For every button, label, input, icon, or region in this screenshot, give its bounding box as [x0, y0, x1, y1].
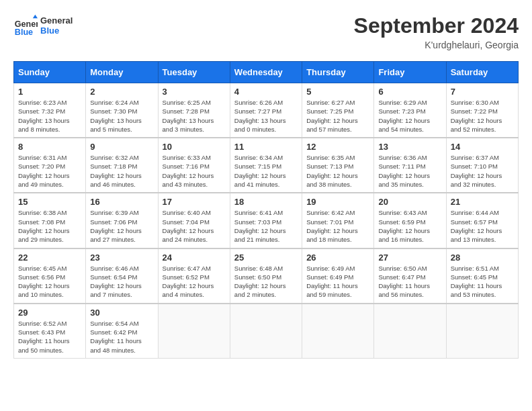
day-number: 4 [234, 87, 298, 97]
day-info: Sunrise: 6:47 AM Sunset: 6:52 PM Dayligh… [163, 264, 226, 300]
day-info: Sunrise: 6:27 AM Sunset: 7:25 PM Dayligh… [306, 98, 369, 134]
col-header-sunday: Sunday [14, 62, 86, 83]
day-cell: 19Sunrise: 6:42 AM Sunset: 7:01 PM Dayli… [302, 193, 374, 248]
day-number: 23 [90, 253, 153, 263]
day-number: 18 [234, 197, 298, 207]
day-number: 8 [18, 142, 81, 152]
calendar-table: SundayMondayTuesdayWednesdayThursdayFrid… [13, 61, 519, 359]
day-cell: 18Sunrise: 6:41 AM Sunset: 7:03 PM Dayli… [230, 193, 302, 248]
day-number: 14 [451, 142, 514, 152]
day-cell: 4Sunrise: 6:26 AM Sunset: 7:27 PM Daylig… [230, 83, 302, 138]
day-info: Sunrise: 6:46 AM Sunset: 6:54 PM Dayligh… [90, 264, 153, 300]
day-number: 28 [451, 253, 514, 263]
day-cell: 13Sunrise: 6:36 AM Sunset: 7:11 PM Dayli… [374, 138, 446, 193]
day-number: 6 [378, 87, 441, 97]
location: K'urdghelauri, Georgia [354, 40, 519, 50]
week-row-1: 1Sunrise: 6:23 AM Sunset: 7:32 PM Daylig… [14, 83, 519, 138]
month-title: September 2024 [354, 13, 519, 38]
day-number: 10 [163, 142, 226, 152]
day-info: Sunrise: 6:25 AM Sunset: 7:28 PM Dayligh… [163, 98, 226, 134]
day-cell: 8Sunrise: 6:31 AM Sunset: 7:20 PM Daylig… [14, 138, 86, 193]
day-cell: 11Sunrise: 6:34 AM Sunset: 7:15 PM Dayli… [230, 138, 302, 193]
day-info: Sunrise: 6:52 AM Sunset: 6:43 PM Dayligh… [18, 319, 81, 355]
day-cell: 28Sunrise: 6:51 AM Sunset: 6:45 PM Dayli… [446, 248, 518, 304]
day-cell: 26Sunrise: 6:49 AM Sunset: 6:49 PM Dayli… [302, 248, 374, 304]
day-info: Sunrise: 6:43 AM Sunset: 6:59 PM Dayligh… [378, 208, 441, 244]
day-number: 7 [451, 87, 514, 97]
day-info: Sunrise: 6:34 AM Sunset: 7:15 PM Dayligh… [234, 153, 298, 189]
day-cell: 2Sunrise: 6:24 AM Sunset: 7:30 PM Daylig… [86, 83, 158, 138]
day-number: 20 [378, 197, 441, 207]
day-info: Sunrise: 6:35 AM Sunset: 7:13 PM Dayligh… [306, 153, 369, 189]
day-cell: 25Sunrise: 6:48 AM Sunset: 6:50 PM Dayli… [230, 248, 302, 304]
day-cell [446, 304, 518, 359]
day-number: 16 [90, 197, 153, 207]
day-info: Sunrise: 6:48 AM Sunset: 6:50 PM Dayligh… [234, 264, 298, 300]
day-info: Sunrise: 6:33 AM Sunset: 7:16 PM Dayligh… [163, 153, 226, 189]
col-header-wednesday: Wednesday [230, 62, 302, 83]
logo-icon: General Blue [13, 13, 38, 38]
day-info: Sunrise: 6:54 AM Sunset: 6:42 PM Dayligh… [90, 319, 153, 355]
day-number: 1 [18, 87, 81, 97]
day-info: Sunrise: 6:51 AM Sunset: 6:45 PM Dayligh… [451, 264, 514, 300]
logo: General Blue General Blue [13, 13, 73, 38]
svg-text:Blue: Blue [15, 28, 33, 37]
day-info: Sunrise: 6:37 AM Sunset: 7:10 PM Dayligh… [451, 153, 514, 189]
week-row-5: 29Sunrise: 6:52 AM Sunset: 6:43 PM Dayli… [14, 304, 519, 359]
day-cell: 7Sunrise: 6:30 AM Sunset: 7:22 PM Daylig… [446, 83, 518, 138]
day-number: 5 [306, 87, 369, 97]
day-info: Sunrise: 6:30 AM Sunset: 7:22 PM Dayligh… [451, 98, 514, 134]
day-number: 3 [163, 87, 226, 97]
logo-blue: Blue [40, 26, 73, 36]
day-info: Sunrise: 6:24 AM Sunset: 7:30 PM Dayligh… [90, 98, 153, 134]
week-row-2: 8Sunrise: 6:31 AM Sunset: 7:20 PM Daylig… [14, 138, 519, 193]
day-info: Sunrise: 6:32 AM Sunset: 7:18 PM Dayligh… [90, 153, 153, 189]
day-info: Sunrise: 6:31 AM Sunset: 7:20 PM Dayligh… [18, 153, 81, 189]
day-cell [230, 304, 302, 359]
day-cell: 17Sunrise: 6:40 AM Sunset: 7:04 PM Dayli… [158, 193, 230, 248]
day-cell: 5Sunrise: 6:27 AM Sunset: 7:25 PM Daylig… [302, 83, 374, 138]
day-number: 2 [90, 87, 153, 97]
day-info: Sunrise: 6:23 AM Sunset: 7:32 PM Dayligh… [18, 98, 81, 134]
day-info: Sunrise: 6:38 AM Sunset: 7:08 PM Dayligh… [18, 208, 81, 244]
day-cell: 1Sunrise: 6:23 AM Sunset: 7:32 PM Daylig… [14, 83, 86, 138]
day-cell: 29Sunrise: 6:52 AM Sunset: 6:43 PM Dayli… [14, 304, 86, 359]
day-cell [374, 304, 446, 359]
day-number: 9 [90, 142, 153, 152]
day-number: 24 [163, 253, 226, 263]
day-number: 21 [451, 197, 514, 207]
day-info: Sunrise: 6:50 AM Sunset: 6:47 PM Dayligh… [378, 264, 441, 300]
day-number: 26 [306, 253, 369, 263]
page-header: General Blue General Blue September 2024… [13, 13, 519, 50]
day-cell: 21Sunrise: 6:44 AM Sunset: 6:57 PM Dayli… [446, 193, 518, 248]
day-info: Sunrise: 6:39 AM Sunset: 7:06 PM Dayligh… [90, 208, 153, 244]
day-number: 27 [378, 253, 441, 263]
day-info: Sunrise: 6:26 AM Sunset: 7:27 PM Dayligh… [234, 98, 298, 134]
col-header-monday: Monday [86, 62, 158, 83]
day-number: 25 [234, 253, 298, 263]
day-info: Sunrise: 6:45 AM Sunset: 6:56 PM Dayligh… [18, 264, 81, 300]
title-block: September 2024 K'urdghelauri, Georgia [354, 13, 519, 50]
day-info: Sunrise: 6:44 AM Sunset: 6:57 PM Dayligh… [451, 208, 514, 244]
day-cell: 6Sunrise: 6:29 AM Sunset: 7:23 PM Daylig… [374, 83, 446, 138]
day-cell: 12Sunrise: 6:35 AM Sunset: 7:13 PM Dayli… [302, 138, 374, 193]
day-number: 19 [306, 197, 369, 207]
day-number: 30 [90, 308, 153, 318]
day-number: 22 [18, 253, 81, 263]
day-cell: 3Sunrise: 6:25 AM Sunset: 7:28 PM Daylig… [158, 83, 230, 138]
day-number: 15 [18, 197, 81, 207]
day-info: Sunrise: 6:41 AM Sunset: 7:03 PM Dayligh… [234, 208, 298, 244]
day-cell: 23Sunrise: 6:46 AM Sunset: 6:54 PM Dayli… [86, 248, 158, 304]
day-number: 12 [306, 142, 369, 152]
col-header-friday: Friday [374, 62, 446, 83]
col-header-thursday: Thursday [302, 62, 374, 83]
day-cell: 16Sunrise: 6:39 AM Sunset: 7:06 PM Dayli… [86, 193, 158, 248]
day-cell: 10Sunrise: 6:33 AM Sunset: 7:16 PM Dayli… [158, 138, 230, 193]
day-cell [158, 304, 230, 359]
day-cell: 24Sunrise: 6:47 AM Sunset: 6:52 PM Dayli… [158, 248, 230, 304]
day-number: 11 [234, 142, 298, 152]
col-header-saturday: Saturday [446, 62, 518, 83]
week-row-4: 22Sunrise: 6:45 AM Sunset: 6:56 PM Dayli… [14, 248, 519, 304]
col-header-tuesday: Tuesday [158, 62, 230, 83]
day-number: 13 [378, 142, 441, 152]
